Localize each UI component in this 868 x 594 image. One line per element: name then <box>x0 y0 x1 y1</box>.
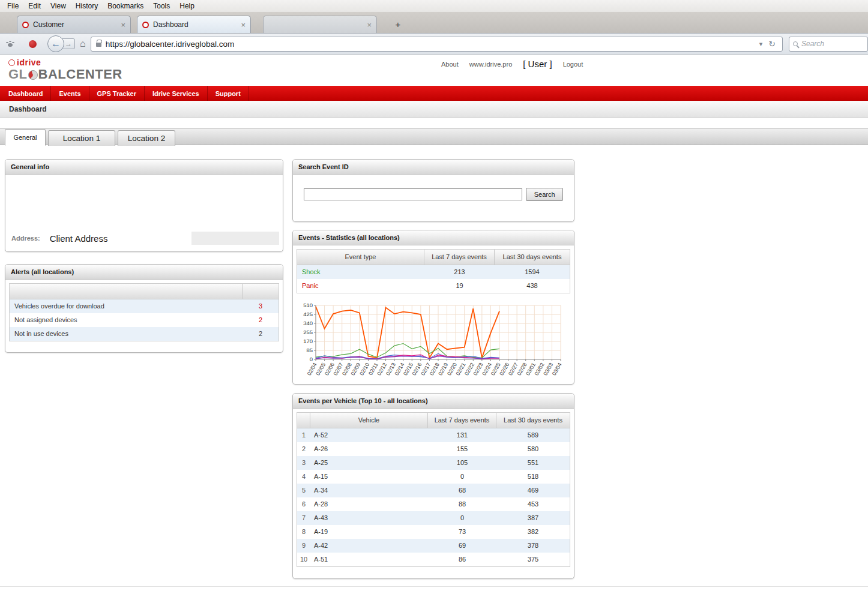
col-vehicle: Vehicle <box>310 413 428 428</box>
new-tab-button[interactable]: + <box>390 19 406 31</box>
svg-text:510: 510 <box>303 302 313 308</box>
site-header: idrive GL BALCENTER About www.idrive.pro… <box>0 55 868 86</box>
vehicle-row: 9A-4269378 <box>297 539 570 553</box>
col-rank <box>297 413 310 428</box>
globe-icon <box>28 70 38 80</box>
search-event-panel: Search Event ID Search <box>292 159 574 222</box>
page-bottom-line <box>0 586 868 587</box>
browser-tab-dashboard[interactable]: Dashboard × <box>137 16 251 33</box>
browser-search-box[interactable]: Search <box>789 37 868 52</box>
vehicle-cell: A-51 <box>310 553 428 566</box>
last30-cell: 1594 <box>495 265 570 279</box>
alert-row: Vehicles overdue for download3 <box>10 299 279 313</box>
last7-cell: 155 <box>428 442 496 456</box>
record-extension-icon[interactable] <box>29 40 37 48</box>
chevron-down-icon[interactable]: ▾ <box>756 40 766 48</box>
address-label: Address: <box>11 235 40 242</box>
home-icon[interactable]: ⌂ <box>80 38 86 49</box>
vehicle-cell: A-52 <box>310 428 428 442</box>
vehicle-table-header: Vehicle Last 7 days events Last 30 days … <box>297 413 570 428</box>
browser-tab-customer[interactable]: Customer × <box>17 16 131 33</box>
menu-help[interactable]: Help <box>175 1 199 11</box>
alert-label: Not assigned devices <box>10 313 243 327</box>
page-tabstrip: General Location 1 Location 2 <box>0 128 868 145</box>
alert-value: 3 <box>243 299 279 313</box>
menu-tools[interactable]: Tools <box>148 1 175 11</box>
close-icon[interactable]: × <box>367 21 372 29</box>
nav-item-idrive-services[interactable]: Idrive Services <box>145 86 208 101</box>
search-icon <box>793 41 798 46</box>
event-id-input[interactable] <box>304 188 522 200</box>
browser-menubar: File Edit View History Bookmarks Tools H… <box>0 0 868 12</box>
url-bar[interactable]: https://globalcenter.idriveglobal.com ▾ … <box>91 37 783 52</box>
tab-location-1[interactable]: Location 1 <box>48 130 115 146</box>
menu-view[interactable]: View <box>46 1 71 11</box>
logout-link[interactable]: Logout <box>563 61 583 68</box>
nav-item-dashboard[interactable]: Dashboard <box>0 86 51 101</box>
user-label[interactable]: [ User ] <box>523 59 552 69</box>
search-button[interactable]: Search <box>526 188 563 201</box>
last30-cell: 375 <box>496 553 570 566</box>
svg-text:170: 170 <box>303 338 313 344</box>
browser-tab-blank[interactable]: × <box>263 16 377 33</box>
events-chart: 08517025534042551002/0402/0502/0602/0702… <box>298 302 565 385</box>
idrive-favicon <box>142 22 149 28</box>
last7-cell: 131 <box>428 428 496 442</box>
vehicle-cell: A-25 <box>310 456 428 470</box>
vehicle-row: 7A-430387 <box>297 511 570 525</box>
back-button[interactable]: ← <box>47 35 64 52</box>
alert-label: Not in use devices <box>10 327 243 341</box>
logo-idrive-text: idrive <box>17 58 41 67</box>
event-type-cell: Shock <box>297 265 424 279</box>
lock-icon <box>96 43 101 47</box>
rank-cell: 9 <box>297 539 310 553</box>
rank-cell: 1 <box>297 428 310 442</box>
close-icon[interactable]: × <box>121 21 125 29</box>
website-link[interactable]: www.idrive.pro <box>469 61 513 68</box>
tab-title: Dashboard <box>153 20 237 29</box>
tab-location-2[interactable]: Location 2 <box>118 130 175 146</box>
alerts-header-count-empty <box>243 284 279 299</box>
reload-icon[interactable]: ↻ <box>765 39 779 49</box>
alert-row: Not assigned devices2 <box>10 313 279 327</box>
tab-general[interactable]: General <box>5 129 46 146</box>
vehicle-row: 6A-2888453 <box>297 497 570 511</box>
col-last7: Last 7 days events <box>424 250 495 265</box>
last7-cell: 0 <box>428 511 496 525</box>
last30-cell: 580 <box>496 442 570 456</box>
idrive-favicon <box>22 22 29 28</box>
last30-cell: 551 <box>496 456 570 470</box>
nav-item-events[interactable]: Events <box>51 86 89 101</box>
menu-edit[interactable]: Edit <box>23 1 46 11</box>
idrive-logo: idrive GL BALCENTER <box>8 58 122 82</box>
browser-tabbar: Customer × Dashboard × × + <box>0 12 868 33</box>
logo-global-left: GL <box>8 67 28 82</box>
svg-text:255: 255 <box>303 329 313 335</box>
stats-table: Event type Last 7 days events Last 30 da… <box>297 249 570 293</box>
last7-cell: 19 <box>424 279 495 293</box>
menu-file[interactable]: File <box>2 1 23 11</box>
paw-extension-icon[interactable] <box>6 41 14 47</box>
alerts-table-header <box>10 284 279 299</box>
svg-text:425: 425 <box>303 311 313 317</box>
menu-bookmarks[interactable]: Bookmarks <box>103 1 148 11</box>
rank-cell: 3 <box>297 456 310 470</box>
panel-title: Events - Statistics (all locations) <box>293 230 574 245</box>
last30-cell: 438 <box>495 279 570 293</box>
vehicle-cell: A-34 <box>310 484 428 497</box>
nav-item-gps-tracker[interactable]: GPS Tracker <box>89 86 145 101</box>
vehicle-cell: A-43 <box>310 511 428 525</box>
alerts-rows: Vehicles overdue for download3Not assign… <box>10 299 279 341</box>
close-icon[interactable]: × <box>241 21 246 29</box>
stats-row: Panic19438 <box>297 279 570 293</box>
last30-cell: 469 <box>496 484 570 497</box>
menu-history[interactable]: History <box>71 1 103 11</box>
about-link[interactable]: About <box>441 61 459 68</box>
events-statistics-panel: Events - Statistics (all locations) Even… <box>292 230 574 385</box>
vehicle-row: 5A-3468469 <box>297 484 570 497</box>
last30-cell: 378 <box>496 539 570 553</box>
col-last30: Last 30 days events <box>496 413 570 428</box>
alert-row: Not in use devices2 <box>10 327 279 341</box>
nav-item-support[interactable]: Support <box>208 86 249 101</box>
breadcrumb: Dashboard <box>0 101 868 118</box>
